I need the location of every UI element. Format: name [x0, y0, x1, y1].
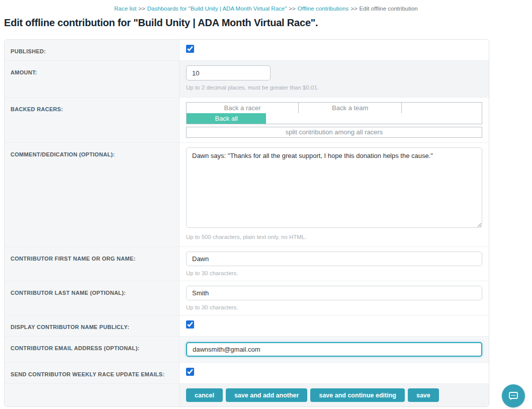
amount-label-cell: AMOUNT: [5, 61, 180, 97]
save-and-continue-editing-button[interactable]: save and continue editing [310, 388, 405, 402]
chat-widget-button[interactable] [502, 384, 525, 407]
display-publicly-checkbox[interactable] [186, 320, 194, 329]
first-name-input[interactable] [186, 252, 482, 266]
published-label-cell: PUBLISHED: [5, 40, 180, 60]
weekly-emails-field-cell [180, 363, 489, 383]
last-name-help-text: Up to 30 characters. [186, 304, 482, 310]
weekly-emails-row: SEND CONTRIBUTOR WEEKLY RACE UPDATE EMAI… [5, 363, 489, 384]
split-contribution-button[interactable]: split contribution among all racers [186, 127, 482, 138]
tab-back-all[interactable]: Back all [187, 113, 266, 124]
backed-racers-label: BACKED RACERS: [11, 106, 63, 112]
tab-back-a-racer[interactable]: Back a racer [187, 103, 299, 113]
comment-field-cell: Dawn says: "Thanks for all the great sup… [180, 143, 489, 247]
last-name-label: CONTRIBUTOR LAST NAME (OPTIONAL): [11, 290, 126, 296]
last-name-label-cell: CONTRIBUTOR LAST NAME (OPTIONAL): [5, 281, 180, 315]
email-label: CONTRIBUTOR EMAIL ADDRESS (OPTIONAL): [11, 345, 140, 351]
display-publicly-field-cell [180, 315, 489, 336]
published-label: PUBLISHED: [11, 48, 46, 54]
footer-label-cell [5, 384, 180, 406]
published-field-cell [180, 40, 489, 60]
published-checkbox[interactable] [186, 45, 194, 53]
weekly-emails-checkbox[interactable] [186, 368, 194, 376]
backed-racers-row: BACKED RACERS: Back a racer Back a team … [5, 98, 489, 143]
display-publicly-row: DISPLAY CONTRIBUTOR NAME PUBLICLY: [5, 315, 489, 337]
first-name-row: CONTRIBUTOR FIRST NAME OR ORG NAME: Up t… [5, 247, 489, 281]
comment-help-text: Up to 500 characters, plain text only, n… [186, 234, 482, 240]
comment-label-cell: COMMENT/DEDICATION (OPTIONAL): [5, 143, 180, 247]
breadcrumb: Race list>>Dashboards for "Build Unity |… [0, 0, 532, 12]
comment-label: COMMENT/DEDICATION (OPTIONAL): [11, 151, 115, 157]
form-footer-row: cancel save and add another save and con… [5, 384, 489, 406]
backed-racers-tabbar: Back a racer Back a team Back all [186, 102, 482, 124]
amount-field-cell: Up to 2 decimal places, must be greater … [180, 61, 489, 97]
amount-help-text: Up to 2 decimal places, must be greater … [186, 85, 482, 91]
first-name-label-cell: CONTRIBUTOR FIRST NAME OR ORG NAME: [5, 247, 180, 281]
breadcrumb-current-page: Edit offline contribution [360, 6, 418, 12]
backed-racers-field-cell: Back a racer Back a team Back all split … [180, 98, 489, 142]
amount-input[interactable] [186, 65, 271, 80]
button-group: cancel save and add another save and con… [186, 388, 482, 402]
first-name-field-cell: Up to 30 characters. [180, 247, 489, 281]
tab-back-a-team[interactable]: Back a team [299, 103, 402, 113]
display-publicly-label-cell: DISPLAY CONTRIBUTOR NAME PUBLICLY: [5, 315, 180, 336]
first-name-help-text: Up to 30 characters. [186, 270, 482, 276]
last-name-input[interactable] [186, 286, 482, 300]
amount-label: AMOUNT: [11, 69, 37, 75]
first-name-label: CONTRIBUTOR FIRST NAME OR ORG NAME: [11, 256, 136, 262]
email-label-cell: CONTRIBUTOR EMAIL ADDRESS (OPTIONAL): [5, 337, 180, 362]
breadcrumb-offline-contributions[interactable]: Offline contributions [298, 6, 348, 12]
cancel-button[interactable]: cancel [186, 388, 223, 402]
breadcrumb-separator: >> [289, 6, 295, 12]
email-input[interactable] [186, 342, 482, 357]
published-row: PUBLISHED: [5, 40, 489, 61]
page-title: Edit offline contribution for "Build Uni… [4, 17, 532, 29]
backed-racers-tab-row: Back a racer Back a team [187, 103, 482, 113]
breadcrumb-race-list[interactable]: Race list [114, 6, 136, 12]
chat-bubble-icon [508, 391, 519, 401]
last-name-row: CONTRIBUTOR LAST NAME (OPTIONAL): Up to … [5, 281, 489, 315]
edit-contribution-form: PUBLISHED: AMOUNT: Up to 2 decimal place… [4, 39, 489, 407]
email-row: CONTRIBUTOR EMAIL ADDRESS (OPTIONAL): [5, 337, 489, 363]
breadcrumb-separator: >> [350, 6, 357, 12]
amount-row: AMOUNT: Up to 2 decimal places, must be … [5, 61, 489, 98]
breadcrumb-dashboards[interactable]: Dashboards for "Build Unity | ADA Month … [147, 6, 287, 12]
comment-textarea[interactable]: Dawn says: "Thanks for all the great sup… [186, 147, 482, 228]
footer-field-cell: cancel save and add another save and con… [180, 384, 489, 406]
save-and-add-another-button[interactable]: save and add another [226, 388, 308, 402]
backed-racers-label-cell: BACKED RACERS: [5, 98, 180, 142]
last-name-field-cell: Up to 30 characters. [180, 281, 489, 315]
weekly-emails-label-cell: SEND CONTRIBUTOR WEEKLY RACE UPDATE EMAI… [5, 363, 180, 383]
email-field-cell [180, 337, 489, 362]
save-button[interactable]: save [408, 388, 439, 402]
weekly-emails-label: SEND CONTRIBUTOR WEEKLY RACE UPDATE EMAI… [11, 371, 164, 377]
breadcrumb-separator: >> [138, 6, 145, 12]
comment-row: COMMENT/DEDICATION (OPTIONAL): Dawn says… [5, 143, 489, 247]
display-publicly-label: DISPLAY CONTRIBUTOR NAME PUBLICLY: [11, 324, 129, 330]
